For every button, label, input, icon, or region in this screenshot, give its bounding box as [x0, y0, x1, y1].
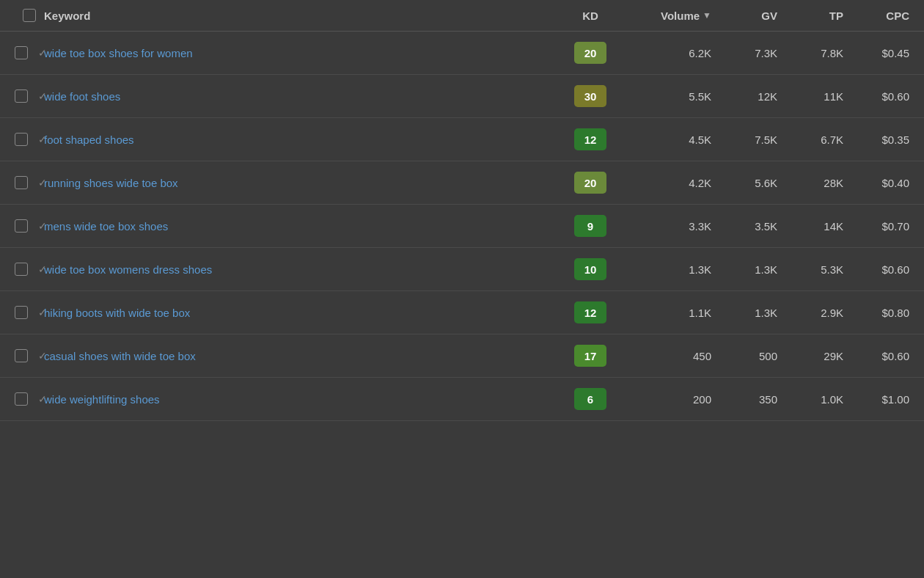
keyword-cell: wide toe box shoes for women	[44, 47, 557, 59]
cpc-cell: $1.00	[843, 393, 909, 406]
table-body: ✓ wide toe box shoes for women 20 6.2K 7…	[0, 32, 924, 421]
keyword-cell: foot shaped shoes	[44, 133, 557, 146]
header-keyword: Keyword	[44, 10, 557, 22]
gv-cell: 350	[711, 393, 777, 406]
row-checkbox[interactable]	[15, 219, 28, 233]
volume-value: 4.2K	[689, 177, 711, 189]
gv-cell: 7.5K	[711, 133, 777, 146]
keyword-table: Keyword KD Volume ▼ GV TP CPC ✓ wid	[0, 0, 924, 578]
volume-cell: 1.3K	[623, 263, 711, 276]
keyword-cell: mens wide toe box shoes	[44, 220, 557, 233]
tp-cell: 29K	[777, 350, 843, 362]
header-tp: TP	[777, 10, 843, 22]
tp-cell: 5.3K	[777, 263, 843, 276]
cpc-value: $0.40	[881, 177, 909, 189]
keyword-link[interactable]: casual shoes with wide toe box	[44, 350, 203, 362]
keyword-link[interactable]: running shoes wide toe box	[44, 177, 186, 189]
gv-cell: 500	[711, 350, 777, 362]
cpc-value: $0.45	[881, 47, 909, 59]
kd-cell: 20	[557, 172, 623, 194]
row-checkbox-cell: ✓	[15, 133, 44, 146]
cpc-cell: $0.60	[843, 263, 909, 276]
table-row: ✓ hiking boots with wide toe box 12 1.1K…	[0, 291, 924, 334]
volume-cell: 3.3K	[623, 220, 711, 233]
table-header: Keyword KD Volume ▼ GV TP CPC	[0, 0, 924, 32]
row-checkbox[interactable]	[15, 263, 28, 276]
keyword-cell: hiking boots with wide toe box	[44, 307, 557, 319]
table-row: ✓ wide weightlifting shoes 6 200 350 1.0…	[0, 378, 924, 421]
row-checkbox-cell: ✓	[15, 89, 44, 103]
row-checkbox[interactable]	[15, 349, 28, 362]
cpc-cell: $0.45	[843, 47, 909, 59]
table-row: ✓ casual shoes with wide toe box 17 450 …	[0, 334, 924, 378]
row-checkbox[interactable]	[15, 89, 28, 103]
row-checkbox-cell: ✓	[15, 306, 44, 319]
row-checkbox-cell: ✓	[15, 349, 44, 362]
row-checkbox[interactable]	[15, 176, 28, 189]
keyword-link[interactable]: wide weightlifting shoes	[44, 393, 167, 406]
sort-arrow-icon: ▼	[703, 10, 711, 21]
keyword-link[interactable]: mens wide toe box shoes	[44, 220, 175, 233]
volume-value: 6.2K	[689, 47, 711, 59]
tp-value: 7.8K	[821, 47, 843, 59]
row-checkbox-cell: ✓	[15, 176, 44, 189]
header-kd: KD	[557, 10, 623, 22]
volume-value: 4.5K	[689, 133, 711, 146]
row-checkbox[interactable]	[15, 392, 28, 406]
tp-value: 2.9K	[821, 307, 843, 319]
row-checkbox[interactable]	[15, 133, 28, 146]
tp-value: 11K	[824, 90, 843, 103]
kd-badge: 6	[574, 388, 606, 410]
gv-value: 500	[759, 350, 777, 362]
gv-value: 1.3K	[755, 263, 777, 276]
keyword-link[interactable]: foot shaped shoes	[44, 133, 142, 146]
tp-cell: 14K	[777, 220, 843, 233]
row-checkbox-cell: ✓	[15, 219, 44, 233]
select-all-checkbox[interactable]	[23, 9, 36, 22]
keyword-link[interactable]: wide toe box shoes for women	[44, 47, 200, 59]
tp-value: 29K	[824, 350, 843, 362]
volume-cell: 5.5K	[623, 90, 711, 103]
volume-cell: 4.5K	[623, 133, 711, 146]
kd-badge: 12	[574, 301, 606, 323]
gv-cell: 7.3K	[711, 47, 777, 59]
kd-badge: 17	[574, 345, 606, 367]
keyword-link[interactable]: wide toe box womens dress shoes	[44, 263, 219, 276]
volume-cell: 1.1K	[623, 307, 711, 319]
cpc-cell: $0.80	[843, 307, 909, 319]
header-volume[interactable]: Volume ▼	[623, 10, 711, 22]
tp-cell: 2.9K	[777, 307, 843, 319]
volume-cell: 200	[623, 393, 711, 406]
kd-badge: 10	[574, 258, 606, 280]
table-row: ✓ mens wide toe box shoes 9 3.3K 3.5K 14…	[0, 205, 924, 248]
cpc-value: $0.80	[881, 307, 909, 319]
tp-value: 28K	[824, 177, 843, 189]
kd-cell: 6	[557, 388, 623, 410]
volume-value: 200	[693, 393, 711, 406]
gv-cell: 5.6K	[711, 177, 777, 189]
gv-value: 3.5K	[755, 220, 777, 233]
tp-value: 6.7K	[821, 133, 843, 146]
gv-value: 7.3K	[755, 47, 777, 59]
gv-cell: 1.3K	[711, 307, 777, 319]
tp-cell: 7.8K	[777, 47, 843, 59]
tp-cell: 6.7K	[777, 133, 843, 146]
table-row: ✓ wide toe box shoes for women 20 6.2K 7…	[0, 32, 924, 75]
cpc-value: $0.60	[881, 90, 909, 103]
row-checkbox-cell: ✓	[15, 46, 44, 59]
kd-badge: 30	[574, 85, 606, 107]
gv-cell: 3.5K	[711, 220, 777, 233]
kd-cell: 9	[557, 215, 623, 237]
table-row: ✓ running shoes wide toe box 20 4.2K 5.6…	[0, 161, 924, 205]
row-checkbox[interactable]	[15, 46, 28, 59]
header-cpc: CPC	[843, 10, 909, 22]
keyword-link[interactable]: hiking boots with wide toe box	[44, 307, 197, 319]
gv-cell: 12K	[711, 90, 777, 103]
gv-value: 12K	[758, 90, 777, 103]
table-row: ✓ wide toe box womens dress shoes 10 1.3…	[0, 248, 924, 291]
keyword-link[interactable]: wide foot shoes	[44, 90, 128, 103]
row-checkbox[interactable]	[15, 306, 28, 319]
gv-value: 350	[759, 393, 777, 406]
keyword-cell: wide foot shoes	[44, 90, 557, 103]
cpc-cell: $0.60	[843, 90, 909, 103]
